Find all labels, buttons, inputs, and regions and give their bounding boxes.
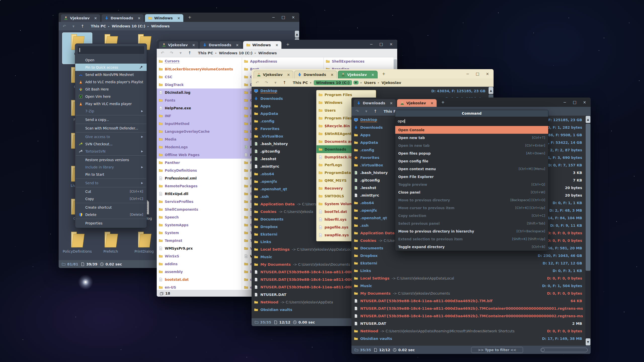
tab-vjekoslav[interactable]: Vjekoslav× xyxy=(61,14,100,22)
context-menu-item-git-bash-here[interactable]: Git Bash Here xyxy=(75,85,147,93)
close-button[interactable]: × xyxy=(583,100,586,105)
w2-titlebar[interactable]: Vjekoslav×Downloads×Windows×+ − □ × xyxy=(157,40,397,49)
scrollbar-thumb[interactable] xyxy=(586,124,590,271)
file-row-cursors[interactable]: Cursors xyxy=(157,57,242,65)
file-row-assembly[interactable]: assembly xyxy=(157,268,242,276)
breadcrumb-windows-10-c[interactable]: Windows 10 (C:) xyxy=(112,24,145,28)
file-row-system[interactable]: System xyxy=(157,229,242,237)
history-dropdown-icon[interactable]: ▾ xyxy=(177,51,184,55)
scroll-up-button[interactable]: ▲ xyxy=(295,31,299,38)
maximize-button[interactable]: □ xyxy=(573,100,576,105)
context-menu-item-send-with-nordvpn-meshnet[interactable]: Send with NordVPN Meshnet xyxy=(75,71,147,78)
context-menu-item-cut[interactable]: Cut[Ctrl+X] xyxy=(75,188,147,195)
maximize-button[interactable]: □ xyxy=(476,72,479,76)
command-item-open-new-tab[interactable]: Open new tab[Ctrl+T] xyxy=(395,134,548,142)
file-row-music[interactable]: MusicD: 0, F: 1, 504 bytes xyxy=(351,282,585,290)
new-tab-button[interactable]: + xyxy=(184,15,195,20)
breadcrumb-windows-10-c[interactable]: Windows 10 (C:) xyxy=(219,51,253,55)
file-row-offline-web-pages[interactable]: Offline Web Pages xyxy=(157,151,242,159)
tab-vjekoslav[interactable]: Vjekoslav× xyxy=(397,99,437,107)
context-menu-item-scan-with-microsoft-defender[interactable]: Scan with Microsoft Defender... xyxy=(75,124,147,132)
tab-vjekoslav[interactable]: Vjekoslav× xyxy=(159,41,198,49)
close-button[interactable]: × xyxy=(486,72,489,76)
command-item-select-previous-panel[interactable]: Select previous panel[Shift+Tab] xyxy=(395,219,548,227)
file-row-ntuser-dat-53b39e88-18c4-11ea-a811-000d3[interactable]: NTUSER.DAT{53b39e88-18c4-11ea-a811-000d3… xyxy=(351,305,585,312)
command-item-extend-selection-to-previous-item[interactable]: Extend selection to previous item[Shift+… xyxy=(395,235,548,243)
command-item-move-cursor-to-previous-item[interactable]: Move cursor to previous item[Ctrl+K] [Ct… xyxy=(395,204,548,212)
file-row-rtlexupd-dll[interactable]: RtlExUpd.dll xyxy=(157,190,242,198)
minimize-button[interactable]: − xyxy=(466,72,469,76)
command-item-open-console[interactable]: Open Console xyxy=(395,126,548,134)
file-row-addins[interactable]: addins xyxy=(157,260,242,268)
command-item-open-context-menu[interactable]: Open context menu[Ctrl+M] [Menu] xyxy=(395,165,548,173)
w4-scrollbar[interactable]: ▲ ▼ xyxy=(585,116,591,346)
file-row-winsxs[interactable]: WinSxS xyxy=(157,252,242,260)
context-menu-item-pin-to-start[interactable]: Pin to Start xyxy=(75,171,147,178)
file-row-bitlockerdiscoveryvolumecontents[interactable]: BitLockerDiscoveryVolumeContents xyxy=(157,65,242,73)
tab-downloads[interactable]: Downloads× xyxy=(199,41,242,49)
file-row-fonts[interactable]: Fonts xyxy=(157,96,242,104)
forward-icon[interactable]: ↷ xyxy=(168,51,175,55)
w3-titlebar[interactable]: Vjekoslav×Downloads×Vjekoslav×+ − □ × xyxy=(252,69,494,78)
file-row-dropbox[interactable]: DropboxD: 230, F: 1043, 46 GB xyxy=(351,252,585,259)
maximize-button[interactable]: □ xyxy=(281,15,285,20)
tab-close-icon[interactable]: × xyxy=(430,101,433,105)
file-row-shellcomponents[interactable]: ShellComponents xyxy=(157,205,242,213)
history-dropdown-icon[interactable]: ▾ xyxy=(70,24,77,29)
up-icon[interactable]: ↑ xyxy=(79,24,86,29)
file-row-csc[interactable]: CSC xyxy=(157,73,242,81)
back-icon[interactable]: ↶ xyxy=(61,24,68,29)
scroll-down-button[interactable]: ▼ xyxy=(586,338,590,345)
breadcrumb-drive-chip[interactable]: Windows 10 (C:)▼ xyxy=(314,80,358,85)
tab-close-icon[interactable]: × xyxy=(192,43,195,47)
tab-vjekoslav[interactable]: Vjekoslav× xyxy=(254,71,293,78)
tab-downloads[interactable]: Downloads× xyxy=(353,99,396,107)
file-row-my-documents[interactable]: My Documents-> C:\Users\Vjekoslav\Docume… xyxy=(351,290,585,297)
command-item-open-config-file[interactable]: Open config file xyxy=(395,157,548,165)
tab-windows[interactable]: Windows× xyxy=(243,41,281,49)
file-row-languageoverlaycache[interactable]: LanguageOverlayCache xyxy=(157,127,242,135)
tab-close-icon[interactable]: × xyxy=(94,16,97,20)
breadcrumb-users[interactable]: Users xyxy=(364,81,376,85)
forward-icon[interactable]: ↷ xyxy=(263,80,270,85)
file-row-dtcinstall-log[interactable]: DtcInstall.log xyxy=(157,88,242,96)
breadcrumb-this-pc[interactable]: This PC xyxy=(91,24,106,28)
minimize-button[interactable]: − xyxy=(370,42,373,47)
command-item-open-in-new-tab[interactable]: Open in new tab[Ctrl+Enter] xyxy=(395,142,548,149)
command-palette-input[interactable]: ope xyxy=(395,117,548,126)
context-menu-item-include-in-library[interactable]: Include in library▶ xyxy=(75,163,147,171)
file-row-helppane-exe[interactable]: HelpPane.exe xyxy=(157,104,242,112)
file-row-en-us[interactable]: en-US xyxy=(157,283,242,290)
file-row-speech[interactable]: Speech xyxy=(157,213,242,221)
file-row-professional-xml[interactable]: Professional.xml xyxy=(157,174,242,182)
file-row-eksterni[interactable]: EksterniD: 12, F: 127, 12 GB xyxy=(351,259,585,267)
file-row-inputmethod[interactable]: InputMethod xyxy=(157,120,242,127)
tab-close-icon[interactable]: × xyxy=(371,73,374,77)
context-menu-item-properties[interactable]: Properties xyxy=(75,219,147,227)
up-icon[interactable]: ↑ xyxy=(186,51,193,55)
file-tile-printdialog[interactable]: PrintDialog xyxy=(129,230,159,260)
w4-titlebar[interactable]: Downloads×Vjekoslav×+ − □ × xyxy=(351,98,591,107)
w1-titlebar[interactable]: Vjekoslav×Downloads×Windows×+ − □ × xyxy=(59,13,299,22)
file-row-ntuser-dat[interactable]: NTUSER.DAT2 MB xyxy=(351,320,585,327)
drive-chip-dropdown-icon[interactable]: ▼ xyxy=(353,81,358,84)
back-icon[interactable]: ↶ xyxy=(254,80,261,85)
file-row-links[interactable]: LinksD: 0, F: 3, 1 KB xyxy=(351,267,585,275)
up-icon[interactable]: ↑ xyxy=(372,109,379,114)
tab-close-icon[interactable]: × xyxy=(287,73,290,77)
context-menu-item-restore-previous-versions[interactable]: Restore previous versions xyxy=(75,156,147,163)
scrollbar-thumb[interactable] xyxy=(394,59,397,70)
breadcrumb-this-pc[interactable]: This PC xyxy=(198,51,213,55)
file-row-appreadiness[interactable]: AppReadiness xyxy=(242,57,324,65)
history-dropdown-icon[interactable]: ▾ xyxy=(363,109,370,114)
context-menu-item-svn-checkout[interactable]: SVN Checkout... xyxy=(75,140,147,148)
command-item-move-to-previous-directory-in-hierarchy[interactable]: Move to previous directory in hierarchy[… xyxy=(395,227,548,235)
minimize-button[interactable]: − xyxy=(272,15,275,20)
context-menu-item-send-a-copy[interactable]: Send a copy... xyxy=(75,116,147,123)
file-row-shellexperiences[interactable]: ShellExperiences xyxy=(324,57,393,65)
file-row-wmsyspr9-prx[interactable]: WMSysPr9.prx xyxy=(157,244,242,252)
tab-close-icon[interactable]: × xyxy=(138,16,141,20)
tab-windows[interactable]: Windows× xyxy=(145,14,183,22)
tab-close-icon[interactable]: × xyxy=(236,43,239,47)
new-tab-button[interactable]: + xyxy=(283,42,293,47)
